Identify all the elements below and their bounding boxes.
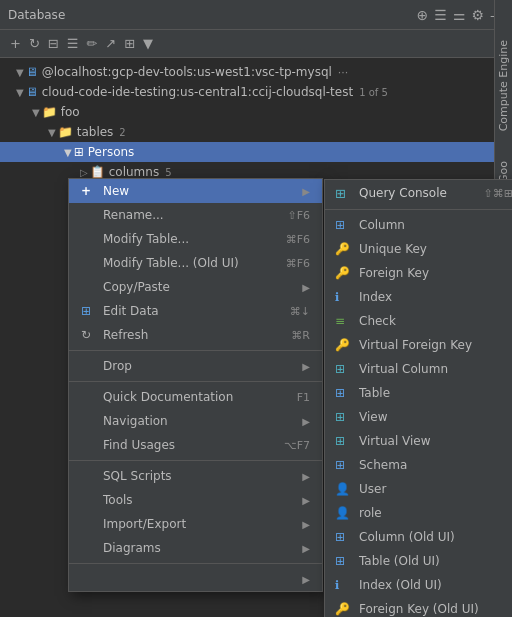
filter2-icon[interactable]: ⚌ [453, 7, 466, 23]
tree-dots-localhost: ··· [338, 66, 349, 79]
toolbar-title: Database [8, 8, 65, 22]
tree-item-localhost[interactable]: ▼ 🖥 @localhost:gcp-dev-tools:us-west1:vs… [0, 62, 512, 82]
columns-icon: 📋 [90, 165, 105, 179]
schema-icon[interactable]: ⊟ [46, 35, 61, 52]
submenu-item-column[interactable]: ⊞ Column [325, 213, 512, 237]
index-old-icon: ℹ [335, 578, 353, 592]
menu-item-copy-paste[interactable]: Copy/Paste ▶ [69, 275, 322, 299]
table-icon[interactable]: ⊞ [122, 35, 137, 52]
menu-arrow-new: ▶ [302, 186, 310, 197]
menu-item-drop[interactable]: Drop ▶ [69, 354, 322, 378]
menu-item-edit-data[interactable]: ⊞ Edit Data ⌘↓ [69, 299, 322, 323]
menu-arrow-copy-paste: ▶ [302, 282, 310, 293]
check-icon: ≡ [335, 314, 353, 328]
submenu-item-virtual-view[interactable]: ⊞ Virtual View [325, 429, 512, 453]
submenu-item-check[interactable]: ≡ Check [325, 309, 512, 333]
virtual-fk-icon: 🔑 [335, 338, 353, 352]
submenu-label-index-old: Index (Old UI) [359, 578, 512, 592]
submenu-label-schema: Schema [359, 458, 512, 472]
menu-sep-2 [69, 381, 322, 382]
refresh-action-icon[interactable]: ↻ [27, 35, 42, 52]
menu-shortcut-quick-doc: F1 [297, 391, 310, 404]
settings-icon[interactable]: ⚙ [471, 7, 484, 23]
menu-label-drop: Drop [103, 359, 298, 373]
database-icon-foo: 📁 [42, 105, 57, 119]
tree-item-tables[interactable]: ▼ 📁 tables 2 [0, 122, 512, 142]
menu-shortcut-rename: ⇧F6 [287, 209, 310, 222]
tree-label-columns: columns [109, 165, 159, 179]
submenu-label-unique-key: Unique Key [359, 242, 512, 256]
tree-item-foo[interactable]: ▼ 📁 foo [0, 102, 512, 122]
tree-label-localhost: @localhost:gcp-dev-tools:us-west1:vsc-tp… [42, 65, 332, 79]
submenu-label-virtual-view: Virtual View [359, 434, 512, 448]
sidebar-tab-compute[interactable]: Compute Engine [497, 40, 510, 131]
refresh2-icon: ↻ [81, 328, 97, 342]
menu-item-diagnostics[interactable]: ▶ [69, 567, 322, 591]
submenu-item-index-old[interactable]: ℹ Index (Old UI) [325, 573, 512, 597]
submenu-item-virtual-column[interactable]: ⊞ Virtual Column [325, 357, 512, 381]
list-icon[interactable]: ☰ [434, 7, 447, 23]
virtual-column-icon: ⊞ [335, 362, 353, 376]
submenu-label-user: User [359, 482, 512, 496]
submenu-item-foreign-key[interactable]: 🔑 Foreign Key [325, 261, 512, 285]
submenu-item-view[interactable]: ⊞ View [325, 405, 512, 429]
submenu-item-role[interactable]: 👤 role [325, 501, 512, 525]
tree-area: ▼ 🖥 @localhost:gcp-dev-tools:us-west1:vs… [0, 58, 512, 186]
index-icon: ℹ [335, 290, 353, 304]
add-icon[interactable]: + [8, 35, 23, 52]
menu-item-tools[interactable]: Tools ▶ [69, 488, 322, 512]
menu-item-modify-table[interactable]: Modify Table... ⌘F6 [69, 227, 322, 251]
menu-item-navigation[interactable]: Navigation ▶ [69, 409, 322, 433]
submenu-query-shortcut: ⇧⌘⊞ [484, 187, 512, 200]
menu-label-copy-paste: Copy/Paste [103, 280, 298, 294]
menu-arrow-tools: ▶ [302, 495, 310, 506]
menu-sep-3 [69, 460, 322, 461]
submenu-sep-0 [325, 209, 512, 210]
filter-icon[interactable]: ▼ [141, 35, 155, 52]
tree-item-persons[interactable]: ▼ ⊞ Persons [0, 142, 512, 162]
submenu-query-console-label: Query Console [359, 186, 447, 200]
submenu-item-fk-old[interactable]: 🔑 Foreign Key (Old UI) [325, 597, 512, 617]
new-submenu[interactable]: ⊞ Query Console ⇧⌘⊞ ⊞ Column 🔑 Unique Ke… [324, 179, 512, 617]
menu-item-quick-doc[interactable]: Quick Documentation F1 [69, 385, 322, 409]
submenu-item-user[interactable]: 👤 User [325, 477, 512, 501]
context-menu[interactable]: + New ▶ Rename... ⇧F6 Modify Table... ⌘F… [68, 178, 323, 592]
submenu-query-console[interactable]: ⊞ Query Console ⇧⌘⊞ [325, 180, 512, 206]
edit-icon[interactable]: ✏ [84, 35, 99, 52]
menu-label-find-usages: Find Usages [103, 438, 276, 452]
menu-label-tools: Tools [103, 493, 298, 507]
edit-data-icon: ⊞ [81, 304, 97, 318]
submenu-item-table[interactable]: ⊞ Table [325, 381, 512, 405]
virtual-view-icon: ⊞ [335, 434, 353, 448]
menu-item-find-usages[interactable]: Find Usages ⌥F7 [69, 433, 322, 457]
menu-label-diagrams: Diagrams [103, 541, 298, 555]
tree-badge-columns: 5 [165, 167, 171, 178]
submenu-item-unique-key[interactable]: 🔑 Unique Key [325, 237, 512, 261]
menu-item-import-export[interactable]: Import/Export ▶ [69, 512, 322, 536]
submenu-item-column-old[interactable]: ⊞ Column (Old UI) [325, 525, 512, 549]
view-icon: ⊞ [335, 410, 353, 424]
schema-icon2: ⊞ [335, 458, 353, 472]
menu-shortcut-refresh: ⌘R [291, 329, 310, 342]
menu-item-new[interactable]: + New ▶ [69, 179, 322, 203]
fk-old-icon: 🔑 [335, 602, 353, 616]
menu-item-sql-scripts[interactable]: SQL Scripts ▶ [69, 464, 322, 488]
submenu-label-table-old: Table (Old UI) [359, 554, 512, 568]
submenu-item-virtual-fk[interactable]: 🔑 Virtual Foreign Key [325, 333, 512, 357]
menu-item-modify-old[interactable]: Modify Table... (Old UI) ⌘F6 [69, 251, 322, 275]
submenu-item-table-old[interactable]: ⊞ Table (Old UI) [325, 549, 512, 573]
tree-arrow-tables: ▼ [48, 127, 56, 138]
tree-badge-cloud: 1 of 5 [359, 87, 388, 98]
link-icon[interactable]: ↗ [103, 35, 118, 52]
menu-shortcut-modify: ⌘F6 [286, 233, 310, 246]
menu-item-diagrams[interactable]: Diagrams ▶ [69, 536, 322, 560]
list2-icon[interactable]: ☰ [65, 35, 81, 52]
submenu-item-schema[interactable]: ⊞ Schema [325, 453, 512, 477]
tree-item-cloud[interactable]: ▼ 🖥 cloud-code-ide-testing:us-central1:c… [0, 82, 512, 102]
menu-shortcut-find-usages: ⌥F7 [284, 439, 310, 452]
menu-item-rename[interactable]: Rename... ⇧F6 [69, 203, 322, 227]
refresh-icon[interactable]: ⊕ [417, 7, 429, 23]
menu-item-refresh[interactable]: ↻ Refresh ⌘R [69, 323, 322, 347]
submenu-item-index[interactable]: ℹ Index [325, 285, 512, 309]
submenu-label-role: role [359, 506, 512, 520]
